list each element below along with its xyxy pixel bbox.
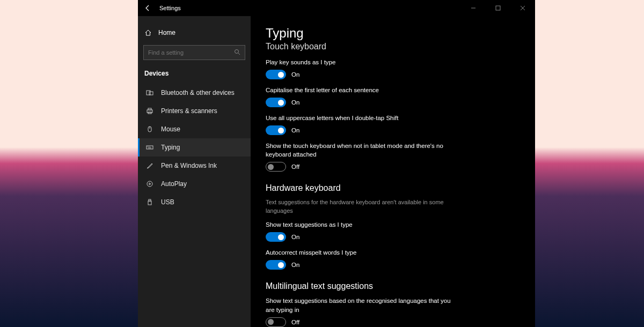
svg-rect-9: [148, 108, 151, 110]
setting-label: Show the touch keyboard when not in tabl…: [266, 142, 459, 159]
autoplay-icon: [146, 180, 153, 188]
sidebar-item-printers[interactable]: Printers & scanners: [138, 102, 251, 120]
sidebar-item-label: Bluetooth & other devices: [161, 89, 235, 96]
touch-keyboard-heading: Touch keyboard: [266, 42, 520, 51]
usb-icon: [146, 198, 153, 206]
setting-item: Show the touch keyboard when not in tabl…: [266, 142, 520, 172]
content-area[interactable]: Typing Touch keyboard Play key sounds as…: [251, 16, 535, 327]
window-controls: [461, 0, 535, 16]
page-title: Typing: [266, 26, 520, 41]
setting-item: Show text suggestions based on the recog…: [266, 296, 520, 326]
sidebar-item-label: Mouse: [161, 125, 180, 133]
toggle-switch[interactable]: [266, 162, 286, 172]
hardware-keyboard-subtitle: Text suggestions for the hardware keyboa…: [266, 198, 459, 215]
toggle-switch[interactable]: [266, 98, 286, 107]
setting-item: Show text suggestions as I typeOn: [266, 220, 520, 242]
hardware-keyboard-heading: Hardware keyboard: [266, 183, 520, 193]
search-box[interactable]: [143, 45, 245, 60]
search-icon: [234, 49, 240, 57]
setting-item: Autocorrect misspelt words I typeOn: [266, 248, 520, 270]
titlebar: Settings: [138, 0, 535, 16]
toggle-switch[interactable]: [266, 70, 286, 79]
svg-point-4: [235, 49, 239, 53]
sidebar-item-label: Typing: [161, 144, 180, 151]
toggle-switch[interactable]: [266, 232, 286, 242]
sidebar-item-autoplay[interactable]: AutoPlay: [138, 175, 251, 193]
setting-item: Capitalise the first letter of each sent…: [266, 86, 520, 107]
sidebar-item-label: AutoPlay: [161, 180, 187, 188]
toggle-state-label: Off: [291, 319, 299, 325]
keyboard-icon: [146, 144, 153, 151]
close-button[interactable]: [510, 0, 535, 16]
toggle-switch[interactable]: [266, 260, 286, 270]
toggle-state-label: On: [291, 234, 299, 240]
setting-label: Show text suggestions based on the recog…: [266, 296, 459, 314]
sidebar-item-label: Pen & Windows Ink: [161, 162, 217, 169]
sidebar: Home Devices Bluetooth & other devices P…: [138, 16, 251, 327]
printer-icon: [146, 107, 153, 115]
pen-icon: [146, 162, 153, 169]
setting-label: Autocorrect misspelt words I type: [266, 248, 459, 257]
sidebar-item-usb[interactable]: USB: [138, 193, 251, 211]
home-label: Home: [158, 29, 175, 36]
multilingual-heading: Multilingual text suggestions: [266, 281, 520, 291]
svg-point-18: [147, 181, 152, 187]
toggle-state-label: Off: [291, 164, 299, 170]
svg-rect-7: [149, 92, 153, 95]
setting-label: Show text suggestions as I type: [266, 220, 459, 229]
svg-rect-20: [148, 201, 151, 205]
toggle-state-label: On: [291, 127, 299, 133]
settings-window: Settings Home Devices B: [138, 0, 535, 327]
category-title: Devices: [138, 66, 251, 84]
setting-item: Use all uppercase letters when I double-…: [266, 114, 520, 135]
svg-rect-13: [147, 146, 153, 149]
setting-label: Use all uppercase letters when I double-…: [266, 114, 459, 122]
svg-rect-1: [496, 6, 500, 10]
setting-item: Play key sounds as I typeOn: [266, 58, 520, 79]
sidebar-item-label: Printers & scanners: [161, 107, 217, 115]
sidebar-item-typing[interactable]: Typing: [138, 138, 251, 157]
svg-line-5: [238, 53, 240, 55]
sidebar-item-bluetooth[interactable]: Bluetooth & other devices: [138, 84, 251, 102]
toggle-switch[interactable]: [266, 317, 286, 327]
home-icon: [144, 29, 152, 36]
setting-label: Capitalise the first letter of each sent…: [266, 86, 459, 94]
toggle-state-label: On: [291, 262, 299, 268]
home-nav[interactable]: Home: [138, 25, 251, 41]
toggle-state-label: On: [291, 71, 299, 78]
toggle-switch[interactable]: [266, 125, 286, 135]
setting-label: Play key sounds as I type: [266, 58, 459, 66]
back-button[interactable]: [144, 5, 151, 11]
devices-icon: [146, 89, 153, 96]
sidebar-item-label: USB: [161, 198, 174, 206]
sidebar-item-pen[interactable]: Pen & Windows Ink: [138, 157, 251, 175]
sidebar-item-mouse[interactable]: Mouse: [138, 120, 251, 138]
minimize-button[interactable]: [461, 0, 486, 16]
mouse-icon: [146, 125, 153, 133]
maximize-button[interactable]: [486, 0, 510, 16]
search-input[interactable]: [148, 49, 234, 56]
window-title: Settings: [159, 5, 181, 11]
toggle-state-label: On: [291, 99, 299, 106]
svg-rect-6: [147, 91, 150, 95]
